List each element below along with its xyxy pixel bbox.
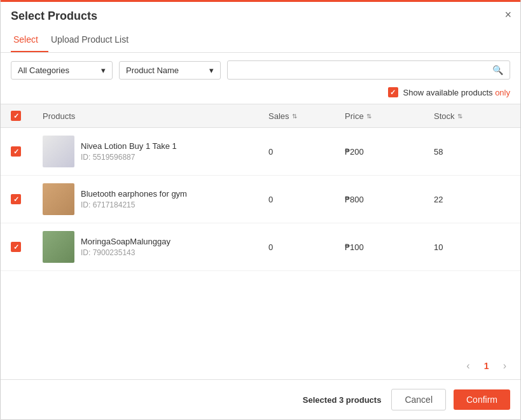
header-stock: Stock ⇅ [434, 111, 510, 121]
row-1-product-text: Nivea Lotion Buy 1 Take 1 ID: 5519596887 [81, 141, 177, 162]
table-row: Bluetooth earphones for gym ID: 67171842… [1, 176, 520, 223]
row-1-checkbox[interactable] [11, 146, 21, 157]
confirm-button[interactable]: Confirm [454, 389, 510, 410]
row-3-product-info: MoringaSoapMalunggay ID: 7900235143 [43, 231, 268, 263]
row-2-price: ₱800 [345, 195, 434, 204]
select-products-modal: Select Products × Select Upload Product … [0, 0, 521, 420]
row-2-product-name: Bluetooth earphones for gym [81, 189, 187, 199]
row-3-price: ₱100 [345, 242, 434, 252]
search-input[interactable] [234, 66, 492, 75]
row-2-product-id: ID: 6717184215 [81, 200, 187, 209]
header-checkbox-cell[interactable] [11, 111, 43, 121]
next-page-button[interactable]: › [499, 359, 510, 373]
tabs: Select Upload Product List [11, 29, 510, 52]
tab-upload[interactable]: Upload Product List [48, 29, 139, 52]
search-box[interactable]: 🔍 [227, 60, 510, 80]
available-bar: Show available products only [1, 87, 520, 104]
row-1-product-name: Nivea Lotion Buy 1 Take 1 [81, 141, 177, 151]
available-label: Show available products only [403, 88, 510, 97]
row-1-sales: 0 [268, 147, 345, 157]
row-1-product-info: Nivea Lotion Buy 1 Take 1 ID: 5519596887 [43, 136, 268, 167]
cancel-button[interactable]: Cancel [391, 389, 446, 410]
available-checkbox[interactable] [388, 87, 398, 97]
row-2-product-info: Bluetooth earphones for gym ID: 67171842… [43, 183, 268, 215]
close-button[interactable]: × [504, 8, 511, 22]
category-select[interactable]: All Categories ▾ [11, 61, 113, 80]
row-1-price: ₱200 [345, 147, 434, 157]
current-page: 1 [479, 361, 494, 371]
modal-footer: Selected 3 products Cancel Confirm [1, 379, 520, 419]
row-2-product-text: Bluetooth earphones for gym ID: 67171842… [81, 189, 187, 209]
search-icon: 🔍 [492, 65, 503, 75]
row-1-stock: 58 [434, 147, 510, 157]
prev-page-button[interactable]: ‹ [462, 359, 473, 373]
row-2-stock: 22 [434, 195, 510, 204]
sort-sales-icon[interactable]: ⇅ [292, 113, 297, 120]
row-3-checkbox[interactable] [11, 242, 21, 252]
row-2-checkbox[interactable] [11, 194, 21, 204]
row-1-product-image [43, 136, 74, 167]
footer-actions: Cancel Confirm [391, 389, 510, 410]
chevron-down-icon: ▾ [209, 66, 214, 75]
table-row: MoringaSoapMalunggay ID: 7900235143 0 ₱1… [1, 223, 520, 271]
row-3-product-text: MoringaSoapMalunggay ID: 7900235143 [81, 237, 170, 257]
modal-title: Select Products [11, 10, 510, 23]
row-3-product-name: MoringaSoapMalunggay [81, 237, 170, 246]
table-header: Products Sales ⇅ Price ⇅ Stock ⇅ [1, 104, 520, 128]
selected-info: Selected 3 products [196, 395, 381, 405]
header-products: Products [43, 111, 268, 121]
row-2-sales: 0 [268, 195, 345, 204]
row-2-checkbox-cell[interactable] [11, 194, 43, 204]
modal-header: Select Products × Select Upload Product … [1, 2, 520, 53]
product-list: Nivea Lotion Buy 1 Take 1 ID: 5519596887… [1, 128, 520, 359]
product-name-filter[interactable]: Product Name ▾ [119, 61, 221, 80]
row-3-product-id: ID: 7900235143 [81, 248, 170, 257]
header-sales: Sales ⇅ [268, 111, 345, 121]
row-1-product-id: ID: 5519596887 [81, 153, 177, 162]
row-3-product-image [43, 231, 74, 263]
table-row: Nivea Lotion Buy 1 Take 1 ID: 5519596887… [1, 128, 520, 176]
pagination: ‹ 1 › [1, 359, 520, 379]
chevron-down-icon: ▾ [101, 66, 106, 75]
row-2-product-image [43, 183, 74, 215]
header-price: Price ⇅ [345, 111, 434, 121]
sort-price-icon[interactable]: ⇅ [366, 113, 372, 120]
modal-body: All Categories ▾ Product Name ▾ 🔍 Show a… [1, 53, 520, 379]
select-all-checkbox[interactable] [11, 111, 21, 121]
row-3-stock: 10 [434, 242, 510, 252]
sort-stock-icon[interactable]: ⇅ [457, 113, 462, 120]
tab-select[interactable]: Select [11, 29, 48, 52]
row-1-checkbox-cell[interactable] [11, 146, 43, 157]
filter-bar: All Categories ▾ Product Name ▾ 🔍 [1, 53, 520, 87]
row-3-sales: 0 [268, 242, 345, 252]
row-3-checkbox-cell[interactable] [11, 242, 43, 252]
